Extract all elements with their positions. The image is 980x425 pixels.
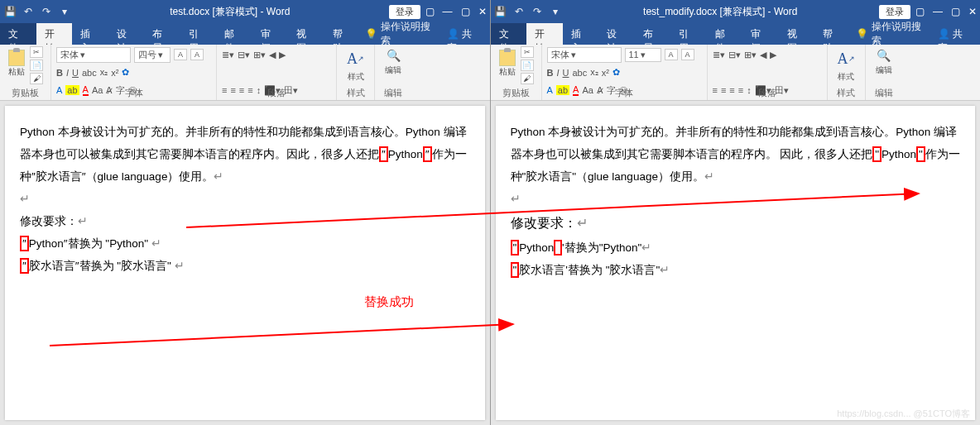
text: 修改要求： <box>511 216 577 230</box>
undo-icon[interactable]: ↶ <box>512 5 526 18</box>
shrink-font-icon[interactable]: A <box>681 49 694 60</box>
doc-heading: 修改要求：↵ <box>20 210 470 232</box>
undo-icon[interactable]: ↶ <box>22 5 35 18</box>
ribbon-tabs-left: 文件 开始 插入 设计 布局 引用 邮件 审阅 视图 帮助 💡操作说明搜索 👤 … <box>0 23 490 45</box>
ribbon-options-icon[interactable]: ▢ <box>425 6 435 17</box>
font-size-select[interactable]: 四号 ▾ <box>134 47 171 63</box>
strike-icon[interactable]: abc <box>572 68 587 78</box>
minimize-icon[interactable]: — <box>933 6 943 17</box>
tab-review[interactable]: 审阅 <box>252 23 289 45</box>
subscript-icon[interactable]: x₂ <box>100 67 108 78</box>
styles-icon[interactable]: A↗ <box>835 46 857 71</box>
cut-icon[interactable]: ✂ <box>521 46 534 58</box>
tab-references[interactable]: 引用 <box>180 23 217 45</box>
close-icon[interactable]: ✕ <box>968 6 977 17</box>
tab-mailings[interactable]: 邮件 <box>216 23 252 45</box>
tab-layout[interactable]: 布局 <box>144 23 180 45</box>
share-button[interactable]: 👤 共享 <box>439 23 489 45</box>
indent-dec-icon[interactable]: ◀ <box>269 50 276 60</box>
grow-font-icon[interactable]: A <box>665 49 678 60</box>
copy-icon[interactable]: 📄 <box>30 60 43 71</box>
numbering-icon[interactable]: ⊟▾ <box>238 50 250 60</box>
tab-mailings[interactable]: 邮件 <box>707 23 743 45</box>
tab-review[interactable]: 审阅 <box>742 23 779 45</box>
phonetic-icon[interactable]: ✿ <box>122 67 129 78</box>
tab-file[interactable]: 文件 <box>491 23 527 45</box>
window-title: test.docx [兼容模式] - Word <box>71 5 389 19</box>
tab-design[interactable]: 设计 <box>598 23 635 45</box>
paste-button[interactable]: 粘贴 <box>496 46 519 81</box>
highlight-quote <box>554 240 562 255</box>
tab-references[interactable]: 引用 <box>670 23 707 45</box>
bold-icon[interactable]: B <box>547 68 554 78</box>
document-right[interactable]: Python 本身被设计为可扩充的。并非所有的特性和功能都集成到语言核心。Pyt… <box>496 106 976 420</box>
multilevel-icon[interactable]: ⊞▾ <box>253 50 266 60</box>
tab-help[interactable]: 帮助 <box>814 23 851 45</box>
superscript-icon[interactable]: x² <box>602 68 609 78</box>
tab-design[interactable]: 设计 <box>108 23 145 45</box>
font-name-select[interactable]: 宋体 ▾ <box>56 47 131 63</box>
quick-access: 💾 ↶ ↷ ▾ <box>3 5 71 18</box>
tell-me-search[interactable]: 💡操作说明搜索 <box>365 23 439 45</box>
tab-insert[interactable]: 插入 <box>72 23 108 45</box>
format-painter-icon[interactable]: 🖌 <box>30 73 43 84</box>
strike-icon[interactable]: abc <box>82 68 97 78</box>
italic-icon[interactable]: I <box>66 68 69 78</box>
shrink-font-icon[interactable]: A <box>190 49 204 60</box>
tab-help[interactable]: 帮助 <box>324 23 361 45</box>
underline-icon[interactable]: U <box>72 68 79 78</box>
superscript-icon[interactable]: x² <box>111 68 118 78</box>
tell-me-search[interactable]: 💡操作说明搜索 <box>856 23 930 45</box>
blank-line: ↵ <box>20 188 470 210</box>
find-icon[interactable]: 🔍 <box>384 46 402 64</box>
numbering-icon[interactable]: ⊟▾ <box>728 50 741 60</box>
indent-inc-icon[interactable]: ▶ <box>770 50 776 60</box>
maximize-icon[interactable]: ▢ <box>461 6 470 17</box>
maximize-icon[interactable]: ▢ <box>951 6 960 17</box>
indent-dec-icon[interactable]: ◀ <box>760 50 766 60</box>
font-name-select[interactable]: 宋体 ▾ <box>547 47 622 63</box>
ribbon-options-icon[interactable]: ▢ <box>915 6 925 17</box>
tab-view[interactable]: 视图 <box>779 23 815 45</box>
login-button[interactable]: 登录 <box>879 5 910 19</box>
find-icon[interactable]: 🔍 <box>875 46 893 64</box>
indent-inc-icon[interactable]: ▶ <box>279 50 286 60</box>
bold-icon[interactable]: B <box>56 68 63 78</box>
minimize-icon[interactable]: — <box>443 6 453 17</box>
doc-req-1: "Python '替换为"Python"↵ <box>511 236 961 259</box>
multilevel-icon[interactable]: ⊞▾ <box>744 50 757 60</box>
italic-icon[interactable]: I <box>556 68 559 78</box>
clipboard-icon <box>499 50 516 66</box>
tab-file[interactable]: 文件 <box>0 23 36 45</box>
underline-icon[interactable]: U <box>563 68 569 78</box>
save-icon[interactable]: 💾 <box>494 5 507 18</box>
tab-view[interactable]: 视图 <box>288 23 324 45</box>
clipboard-icon <box>8 50 25 66</box>
phonetic-icon[interactable]: ✿ <box>612 67 620 78</box>
bullets-icon[interactable]: ≣▾ <box>713 50 725 60</box>
redo-icon[interactable]: ↷ <box>531 5 544 18</box>
document-left[interactable]: Python 本身被设计为可扩充的。并非所有的特性和功能都集成到语言核心。Pyt… <box>5 106 485 420</box>
group-font: 宋体 ▾ 11 ▾ A A B I U abc x₂ x² ✿ A ab A A… <box>542 45 708 100</box>
text: 胶水语言″替换为 "胶水语言" <box>29 260 175 272</box>
grow-font-icon[interactable]: A <box>174 49 187 60</box>
tab-home[interactable]: 开始 <box>36 23 73 45</box>
paste-button[interactable]: 粘贴 <box>5 46 28 81</box>
tab-home[interactable]: 开始 <box>526 23 563 45</box>
cut-icon[interactable]: ✂ <box>30 46 43 58</box>
subscript-icon[interactable]: x₂ <box>590 67 598 78</box>
font-size-select[interactable]: 11 ▾ <box>625 48 661 62</box>
tab-layout[interactable]: 布局 <box>635 23 671 45</box>
qat-dropdown-icon[interactable]: ▾ <box>58 5 71 18</box>
copy-icon[interactable]: 📄 <box>521 60 534 71</box>
styles-icon[interactable]: A↗ <box>345 46 367 71</box>
save-icon[interactable]: 💾 <box>3 5 17 18</box>
login-button[interactable]: 登录 <box>389 5 420 19</box>
format-painter-icon[interactable]: 🖌 <box>521 73 534 84</box>
bullets-icon[interactable]: ≣▾ <box>222 50 234 60</box>
tab-insert[interactable]: 插入 <box>563 23 599 45</box>
close-icon[interactable]: ✕ <box>478 6 487 17</box>
qat-dropdown-icon[interactable]: ▾ <box>549 5 562 18</box>
redo-icon[interactable]: ↷ <box>40 5 53 18</box>
share-button[interactable]: 👤 共享 <box>930 23 980 45</box>
